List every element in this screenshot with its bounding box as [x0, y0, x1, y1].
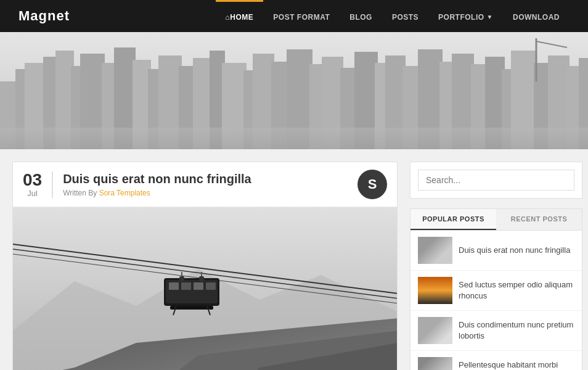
post-thumbnail	[418, 357, 452, 370]
nav-portfolio[interactable]: PORTFOLIO ▼	[428, 0, 503, 32]
hero-image	[0, 32, 588, 149]
sidebar: POPULAR POSTS RECENT POSTS Duis quis era…	[410, 162, 582, 370]
post-title[interactable]: Duis quis erat non nunc fringilla	[63, 172, 350, 186]
nav-home[interactable]: ⌂ HOME	[216, 0, 264, 32]
nav-download[interactable]: DOWNLOAD	[503, 0, 570, 32]
author-link[interactable]: Sora Templates	[99, 189, 150, 197]
main-content: 03 Jul Duis quis erat non nunc fringilla…	[12, 162, 398, 370]
site-logo: Magnet	[18, 8, 70, 24]
post-item-title: Duis quis erat non nunc fringilla	[459, 245, 570, 256]
search-widget	[410, 162, 582, 199]
main-wrapper: 03 Jul Duis quis erat non nunc fringilla…	[0, 149, 588, 370]
search-input[interactable]	[418, 170, 574, 191]
post-author: Written By Sora Templates	[63, 189, 350, 197]
post-thumbnail	[418, 277, 452, 304]
svg-rect-52	[169, 282, 179, 290]
svg-rect-56	[179, 276, 184, 281]
post-month: Jul	[23, 189, 42, 198]
post-thumbnail	[418, 237, 452, 264]
list-item[interactable]: Duis quis erat non nunc fringilla	[410, 231, 582, 271]
list-item[interactable]: Sed luctus semper odio aliquam rhoncus	[410, 271, 582, 311]
tab-recent-posts[interactable]: RECENT POSTS	[496, 209, 582, 230]
post-header: 03 Jul Duis quis erat non nunc fringilla…	[13, 162, 397, 207]
nav-blog[interactable]: BLOG	[340, 0, 382, 32]
posts-list: Duis quis erat non nunc fringilla Sed lu…	[410, 231, 582, 370]
list-item[interactable]: Pellentesque habitant morbi tristique se…	[410, 351, 582, 370]
svg-rect-53	[181, 282, 191, 290]
svg-rect-55	[206, 282, 216, 290]
site-header: Magnet ⌂ HOME POST FORMAT BLOG POSTS POR…	[0, 0, 588, 32]
post-day: 03	[23, 171, 42, 189]
posts-tabs: POPULAR POSTS RECENT POSTS	[410, 209, 582, 231]
tab-popular-posts[interactable]: POPULAR POSTS	[410, 209, 496, 230]
posts-widget: POPULAR POSTS RECENT POSTS Duis quis era…	[410, 208, 582, 370]
post-date: 03 Jul	[23, 171, 53, 198]
nav-post-format[interactable]: POST FORMAT	[263, 0, 340, 32]
portfolio-dropdown-icon: ▼	[487, 14, 493, 20]
list-item[interactable]: Duis condimentum nunc pretium lobortis	[410, 311, 582, 351]
post-item-title: Sed luctus semper odio aliquam rhoncus	[459, 279, 574, 302]
post-item-title: Duis condimentum nunc pretium lobortis	[459, 319, 574, 342]
nav-posts[interactable]: POSTS	[382, 0, 428, 32]
home-icon: ⌂	[226, 13, 231, 22]
post-thumbnail	[418, 317, 452, 344]
svg-rect-39	[0, 128, 588, 149]
main-nav: ⌂ HOME POST FORMAT BLOG POSTS PORTFOLIO …	[216, 0, 570, 32]
post-title-area: Duis quis erat non nunc fringilla Writte…	[63, 172, 350, 197]
cityscape-svg	[0, 32, 588, 149]
svg-rect-57	[199, 276, 204, 281]
post-item-title: Pellentesque habitant morbi tristique se…	[459, 360, 574, 370]
svg-rect-54	[194, 282, 203, 290]
hero-banner	[0, 32, 588, 149]
cable-car-svg	[13, 207, 397, 370]
post-featured-image	[13, 207, 397, 370]
post-card: 03 Jul Duis quis erat non nunc fringilla…	[12, 162, 398, 370]
post-brand-icon: S	[357, 170, 387, 199]
